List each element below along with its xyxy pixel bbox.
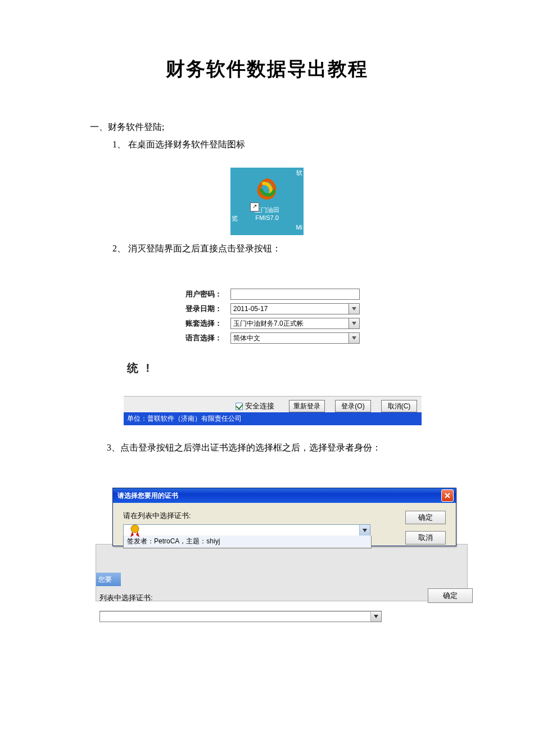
- dropdown-arrow-icon[interactable]: [349, 303, 360, 314]
- row-account: 账套选择： 玉门中油财务7.0正式帐: [185, 318, 422, 329]
- figure-desktop-icon: 软 览 Mi ↗ 玉门油田 FMIS7.0: [51, 168, 483, 235]
- close-icon: [445, 493, 450, 498]
- cert-combo-input[interactable]: [123, 524, 370, 537]
- row-password: 用户密码：: [185, 289, 422, 300]
- checkbox-icon: [236, 403, 243, 410]
- bg-select-cert-label: 列表中选择证书:: [99, 593, 153, 603]
- close-button[interactable]: [441, 489, 454, 502]
- fragment-text-br: Mi: [296, 224, 302, 231]
- heading-section-1: 一、财务软件登陆;: [90, 122, 483, 133]
- select-cert-prompt: 请在列表中选择证书:: [123, 511, 446, 521]
- fragment-text-bl: 览: [232, 214, 238, 223]
- dialog-cancel-button[interactable]: 取消: [405, 531, 446, 544]
- dropdown-arrow-icon[interactable]: [359, 525, 370, 536]
- login-button-row: 安全连接 重新登录 登录(O) 取消(C): [124, 396, 422, 412]
- row-date: 登录日期： 2011-05-17: [185, 303, 422, 314]
- dropdown-arrow-icon[interactable]: [349, 332, 360, 344]
- combo-account[interactable]: 玉门中油财务7.0正式帐: [230, 318, 360, 329]
- input-language[interactable]: 简体中文: [230, 332, 349, 344]
- fmis-logo-icon: [256, 178, 278, 200]
- label-date: 登录日期：: [185, 304, 230, 314]
- figure-login-form: 用户密码： 登录日期： 2011-05-17 账套选择： 玉门中油财务: [124, 289, 422, 425]
- document-page: 财务软件数据导出教程 一、财务软件登陆; 1、 在桌面选择财务软件登陆图标 软 …: [0, 0, 534, 645]
- background-window-fragment: 您要 列表中选择证书: 确定: [96, 544, 468, 601]
- step-1: 1、 在桌面选择财务软件登陆图标: [112, 139, 483, 151]
- dialog-button-column: 确定 取消: [405, 511, 446, 544]
- shortcut-overlay-icon: ↗: [250, 202, 259, 212]
- shortcut-label-2: FMIS7.0: [245, 214, 289, 221]
- desktop-fragment: 软 览 Mi ↗ 玉门油田 FMIS7.0: [230, 168, 304, 235]
- certificate-dialog: 请选择您要用的证书 请在列表中选择证书:: [112, 488, 456, 546]
- cert-option[interactable]: 签发者：PetroCA，主题：shiyj: [124, 536, 371, 548]
- label-language: 语言选择：: [185, 333, 230, 343]
- section-1: 一、财务软件登陆; 1、 在桌面选择财务软件登陆图标 软 览 Mi ↗: [51, 122, 483, 611]
- dialog-ok-button[interactable]: 确定: [405, 511, 446, 524]
- input-password[interactable]: [230, 289, 360, 300]
- cancel-button[interactable]: 取消(C): [381, 400, 417, 412]
- label-account: 账套选择：: [185, 318, 230, 328]
- combo-language[interactable]: 简体中文: [230, 332, 360, 344]
- login-fields: 用户密码： 登录日期： 2011-05-17 账套选择： 玉门中油财务: [185, 289, 422, 344]
- dialog-titlebar[interactable]: 请选择您要用的证书: [113, 488, 456, 503]
- fragment-tong: 统 !: [127, 361, 422, 376]
- fragment-text-tr: 软: [295, 168, 304, 178]
- dropdown-arrow-icon[interactable]: [370, 611, 381, 622]
- secure-connection-label: 安全连接: [245, 401, 274, 411]
- step-2: 2、 消灭登陆界面之后直接点击登录按钮：: [112, 243, 483, 255]
- row-language: 语言选择： 简体中文: [185, 332, 422, 344]
- cert-dropdown-list: 签发者：PetroCA，主题：shiyj: [123, 536, 372, 548]
- fragment-strip: 您要: [96, 573, 121, 586]
- dialog-body: 请在列表中选择证书: 签发者：PetroCA，主题：shiyj: [113, 503, 456, 546]
- input-date[interactable]: 2011-05-17: [230, 303, 349, 314]
- bg-cert-combo[interactable]: [99, 611, 382, 622]
- login-button[interactable]: 登录(O): [335, 400, 371, 412]
- fmis-desktop-shortcut[interactable]: ↗ 玉门油田 FMIS7.0: [245, 178, 289, 221]
- figure-certificate-dialog: 您要 列表中选择证书: 确定 请选择您要用的证书: [96, 488, 467, 611]
- cert-select[interactable]: 签发者：PetroCA，主题：shiyj: [123, 524, 370, 537]
- svg-point-0: [131, 525, 139, 533]
- login-footer: 单位：普联软件（济南）有限责任公司: [124, 412, 422, 425]
- relogin-button[interactable]: 重新登录: [289, 400, 325, 412]
- dropdown-arrow-icon[interactable]: [349, 318, 360, 329]
- certificate-ribbon-icon: [129, 524, 141, 540]
- label-password: 用户密码：: [185, 289, 230, 299]
- bg-ok-button[interactable]: 确定: [428, 588, 473, 603]
- combo-date[interactable]: 2011-05-17: [230, 303, 360, 314]
- step-3: 3、点击登录按钮之后弹出证书选择的选择框之后，选择登录者身份：: [107, 442, 483, 454]
- bg-ok-button-wrap: 确定: [428, 588, 473, 603]
- dialog-title: 请选择您要用的证书: [117, 491, 178, 501]
- input-account[interactable]: 玉门中油财务7.0正式帐: [230, 318, 349, 329]
- doc-title: 财务软件数据导出教程: [90, 56, 444, 82]
- secure-connection-checkbox[interactable]: 安全连接: [236, 401, 274, 411]
